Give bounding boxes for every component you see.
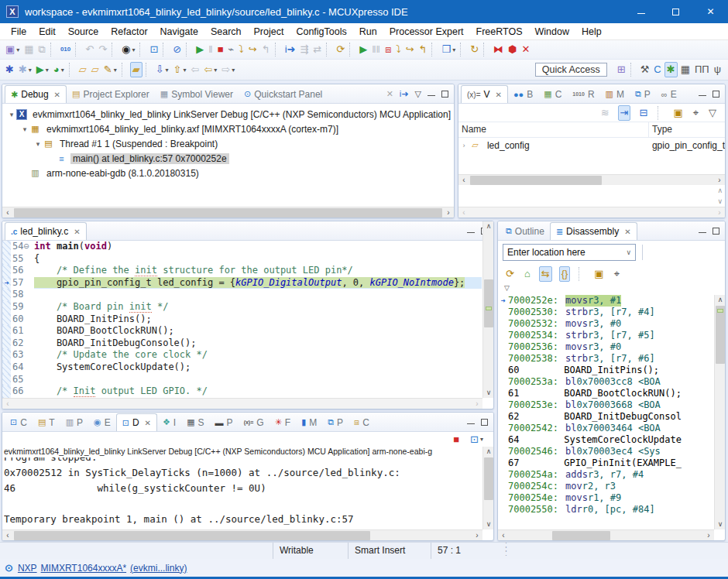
open-perspective-icon[interactable]: ⊞	[616, 62, 627, 77]
minimize-view-icon[interactable]	[467, 420, 475, 424]
usb-perspective-icon[interactable]: ψ	[713, 62, 723, 77]
tab-quickstart-panel[interactable]: ⊙Quickstart Panel	[239, 85, 328, 103]
tab-global-variables[interactable]: (x)=G	[239, 413, 270, 431]
home-location-icon[interactable]: ⌂	[523, 266, 532, 282]
new-wizard-icon[interactable]: ▣▾	[4, 42, 21, 57]
fold-marker-icon[interactable]: ⊖	[23, 241, 29, 252]
disassembly-row[interactable]: 64 SystemCoreClockUpdate	[498, 434, 713, 446]
collapsed-chevron-icon[interactable]: ›	[458, 142, 469, 149]
scroll-up-icon[interactable]: ∧	[483, 221, 494, 231]
bottom-link-mimxrt1064xxxxa-[interactable]: MIMXRT1064xxxxA*	[41, 563, 126, 574]
scroll-left-icon[interactable]: ‹	[498, 530, 509, 541]
tab-problems[interactable]: ▥P	[60, 413, 88, 431]
scrollbar-thumb[interactable]	[484, 457, 493, 500]
pin-view-icon[interactable]: ⌖	[692, 105, 700, 121]
dropdown-arrow-icon[interactable]: ▾	[166, 67, 169, 74]
view-menu-icon[interactable]: ▽	[707, 105, 718, 121]
disassembly-row[interactable]: 70002536:movsr3, #0	[498, 341, 713, 353]
pulse-perspective-icon[interactable]: ΠΠ	[693, 62, 711, 77]
remove-all-terminated-icon[interactable]: ✕	[386, 89, 393, 99]
menu-navigate[interactable]: Navigate	[154, 23, 204, 40]
code-line[interactable]: 59 /* Board pin init */	[2, 301, 482, 313]
profile-icon[interactable]: ◕▾	[52, 62, 66, 77]
disassembly-row[interactable]: 7000253e:bl0x70003668 <BOA	[498, 399, 713, 411]
close-icon[interactable]: ✕	[145, 419, 151, 427]
dropdown-arrow-icon[interactable]: ▾	[452, 46, 455, 53]
dropdown-arrow-icon[interactable]: ▾	[183, 67, 186, 74]
tab-memory[interactable]: ▮M	[296, 413, 322, 431]
run-icon[interactable]: ▶▾	[35, 62, 50, 77]
open-workspace-directory-icon[interactable]: ▱	[90, 62, 101, 77]
scrollbar-thumb[interactable]	[14, 208, 442, 218]
line-number[interactable]: 65	[11, 374, 34, 386]
disassembly-row[interactable]: 70002542:bl0x70003464 <BOA	[498, 423, 713, 434]
menu-project[interactable]: Project	[248, 23, 290, 40]
tab-faults[interactable]: ✳F	[270, 413, 297, 431]
boot-flash-icon[interactable]: ⬢	[507, 42, 518, 57]
step-over-icon[interactable]: ↪	[247, 42, 259, 57]
scroll-left-icon[interactable]: ‹	[2, 530, 13, 541]
tab-peripherals[interactable]: ⧉P	[630, 85, 656, 103]
tab-image-info[interactable]: ❖I	[157, 413, 181, 431]
expanded-chevron-icon[interactable]: ▾	[7, 111, 16, 118]
disassembly-row[interactable]: 70002530:strbr3, [r7, #4]	[498, 307, 713, 318]
menu-window[interactable]: Window	[529, 23, 575, 40]
debug-icon[interactable]: ✱	[4, 62, 15, 77]
instruction-mode-icon[interactable]: ⊘	[171, 42, 183, 57]
tab-breakpoints[interactable]: ●●B	[508, 85, 538, 103]
line-number[interactable]: 60	[11, 313, 34, 326]
maximize-button[interactable]	[658, 0, 693, 23]
menu-edit[interactable]: Edit	[33, 23, 62, 40]
link-server-icon[interactable]: ⧓	[492, 42, 505, 57]
disassembly-row[interactable]: 7000254c:movr2, r3	[498, 481, 713, 492]
scroll-right-icon[interactable]: ›	[443, 207, 454, 218]
debug-session[interactable]: ▾Xevkmimxrt1064_blinky_led_blinky LinkSe…	[2, 107, 454, 122]
code-line[interactable]: 54⊖int main(void)	[2, 241, 482, 253]
disconnect-icon[interactable]: ⌁	[226, 42, 235, 57]
disassembly-row[interactable]: 67 GPIO_PinInit(EXAMPLE_	[498, 457, 713, 469]
menu-run[interactable]: Run	[353, 23, 383, 40]
open-project-directory-icon[interactable]: ▱	[77, 62, 88, 77]
tab-power-measurement[interactable]: ▬P	[210, 413, 239, 431]
tab-disassembly[interactable]: ≣Disassembly✕	[550, 222, 637, 240]
tab-variables[interactable]: (x)=V✕	[461, 85, 508, 103]
line-number[interactable]: 57	[11, 277, 34, 290]
step-over-instruction-icon[interactable]: ↪	[404, 42, 416, 57]
scroll-down-icon[interactable]: ∨	[483, 388, 494, 398]
disassembly-row[interactable]: ➜7000252e:movsr3, #1	[498, 295, 713, 307]
maximize-view-icon[interactable]	[441, 91, 448, 98]
line-number[interactable]: 56	[11, 265, 34, 277]
code-line[interactable]: 61 BOARD_BootClockRUN();	[2, 325, 482, 337]
show-source-icon[interactable]: {}	[559, 266, 571, 282]
disassembly-row[interactable]: 70002538:strbr3, [r7, #6]	[498, 353, 713, 365]
minimize-view-icon[interactable]	[467, 228, 475, 233]
stack-frame[interactable]: ≡main() at led_blinky.c:57 0x7000252e	[2, 151, 454, 166]
dropdown-arrow-icon[interactable]: ▾	[214, 67, 217, 74]
disassembly-row[interactable]: 7000254a:addsr3, r7, #4	[498, 469, 713, 481]
disassembly-row[interactable]: 61 BOARD_BootClockRUN();	[498, 388, 713, 399]
step-into-icon[interactable]: ⤵	[237, 42, 246, 57]
scrollbar-thumb[interactable]	[14, 531, 370, 540]
disassembly-row[interactable]: 70002534:strbr3, [r7, #5]	[498, 330, 713, 341]
tab-outline[interactable]: ⧉Outline	[500, 222, 550, 240]
cpp-perspective-icon[interactable]: C	[652, 62, 662, 77]
instruction-stepping-icon[interactable]: i➜	[283, 42, 297, 57]
maximize-view-icon[interactable]	[713, 91, 719, 98]
open-console-icon[interactable]: ⊡	[148, 42, 160, 57]
column-type[interactable]: Type	[649, 122, 725, 137]
scrollbar-thumb[interactable]	[470, 176, 602, 185]
flash-programmer-icon[interactable]: ✎▾	[102, 62, 118, 77]
gdb-process[interactable]: ▥arm-none-eabi-gdb (8.1.0.20180315)	[2, 166, 454, 180]
dropdown-arrow-icon[interactable]: ▾	[29, 67, 32, 74]
disassembly-listing[interactable]: ➜7000252e:movsr3, #170002530:strbr3, [r7…	[498, 295, 713, 529]
expanded-chevron-icon[interactable]: ▾	[20, 125, 29, 133]
line-number[interactable]: 64	[11, 361, 34, 374]
menu-help[interactable]: Help	[575, 23, 608, 40]
resume-icon[interactable]: ▶	[194, 42, 205, 57]
bottom-link-nxp[interactable]: NXP	[18, 563, 37, 574]
minimize-view-icon[interactable]	[699, 228, 706, 233]
code-line[interactable]: 66 /* Init output LED GPIO. */	[2, 385, 482, 398]
skip-all-breakpoints-icon[interactable]: ✱▾	[17, 62, 33, 77]
clean-up-debug-icon[interactable]: ✕	[520, 42, 531, 57]
detail-scroll-up-icon[interactable]: ∧	[717, 187, 723, 194]
